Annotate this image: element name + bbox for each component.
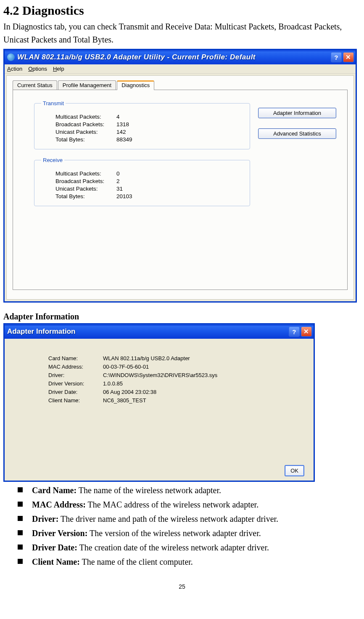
menu-help[interactable]: Help	[53, 66, 64, 72]
mac-address-value: 00-03-7F-05-60-01	[103, 364, 149, 370]
description-list: Card Name: The name of the wireless netw…	[3, 484, 361, 568]
app-icon	[7, 53, 15, 61]
ok-button[interactable]: OK	[285, 465, 304, 476]
tx-total-value: 88349	[116, 136, 132, 143]
section-heading: 4.2 Diagnostics	[3, 3, 361, 18]
tx-broadcast-label: Broadcast Packets:	[55, 121, 116, 128]
tx-unicast-value: 142	[116, 129, 126, 135]
receive-legend: Receive	[41, 157, 64, 163]
page-number: 25	[3, 583, 361, 590]
driver-version-value: 1.0.0.85	[103, 380, 123, 387]
window-title: WLAN 802.11a/b/g USB2.0 Adapter Utility …	[17, 53, 330, 61]
tabs: Current Status Profile Management Diagno…	[13, 80, 348, 90]
tab-diagnostics[interactable]: Diagnostics	[117, 80, 154, 90]
rx-broadcast-value: 2	[116, 178, 120, 184]
transmit-legend: Transmit	[41, 100, 66, 106]
tx-total-label: Total Bytes:	[55, 136, 116, 143]
window2-title: Adapter Information	[7, 327, 288, 336]
mac-address-label: MAC Address:	[48, 364, 103, 370]
rx-unicast-label: Unicast Packets:	[55, 186, 116, 192]
menu-action[interactable]: Action	[7, 66, 22, 72]
receive-group: Receive Multicast Packets:0 Broadcast Pa…	[34, 157, 250, 206]
driver-value: C:\WINDOWS\System32\DRIVERS\ar5523.sys	[103, 372, 217, 378]
tx-multicast-value: 4	[116, 114, 120, 120]
driver-date-value: 06 Aug 2004 23:02:38	[103, 389, 156, 395]
close-button-2[interactable]: ✕	[301, 327, 312, 337]
info-body: Card Name:WLAN 802.11a/b/g USB2.0 Adapte…	[5, 339, 314, 465]
tab-current-status[interactable]: Current Status	[13, 80, 57, 90]
tx-broadcast-value: 1318	[116, 121, 129, 128]
client-name-value: NC6_3805_TEST	[103, 397, 146, 404]
list-item: Driver: The driver name and path of the …	[18, 513, 361, 525]
card-name-label: Card Name:	[48, 355, 103, 361]
tab-profile-management[interactable]: Profile Management	[58, 80, 116, 90]
close-button[interactable]: ✕	[343, 52, 354, 62]
menu-options[interactable]: Options	[28, 66, 47, 72]
section-intro: In Diagnostics tab, you can check Transm…	[3, 20, 361, 46]
content-area: Current Status Profile Management Diagno…	[6, 75, 354, 300]
help-button-2[interactable]: ?	[289, 327, 300, 337]
list-item: Client Name: The name of the client comp…	[18, 556, 361, 568]
client-name-label: Client Name:	[48, 397, 103, 404]
tab-page: Transmit Multicast Packets:4 Broadcast P…	[13, 90, 348, 290]
tx-unicast-label: Unicast Packets:	[55, 129, 116, 135]
list-item: MAC Address: The MAC address of the wire…	[18, 499, 361, 511]
help-button[interactable]: ?	[331, 52, 342, 62]
advanced-statistics-button[interactable]: Advanced Statistics	[258, 128, 336, 139]
adapter-info-heading: Adapter Information	[3, 312, 361, 321]
menubar: Action Options Help	[5, 64, 356, 74]
driver-date-label: Driver Date:	[48, 389, 103, 395]
rx-total-value: 20103	[116, 193, 132, 199]
diagnostics-window: WLAN 802.11a/b/g USB2.0 Adapter Utility …	[3, 49, 357, 303]
titlebar: WLAN 802.11a/b/g USB2.0 Adapter Utility …	[5, 50, 356, 64]
rx-broadcast-label: Broadcast Packets:	[55, 178, 116, 184]
rx-multicast-label: Multicast Packets:	[55, 170, 116, 177]
driver-label: Driver:	[48, 372, 103, 378]
adapter-information-button[interactable]: Adapter Information	[258, 108, 336, 118]
rx-total-label: Total Bytes:	[55, 193, 116, 199]
rx-multicast-value: 0	[116, 170, 120, 177]
card-name-value: WLAN 802.11a/b/g USB2.0 Adapter	[103, 355, 190, 361]
rx-unicast-value: 31	[116, 186, 123, 192]
list-item: Driver Date: The creation date of the wi…	[18, 542, 361, 554]
adapter-info-window: Adapter Information ? ✕ Card Name:WLAN 8…	[3, 323, 315, 482]
side-buttons: Adapter Information Advanced Statistics	[258, 108, 336, 139]
list-item: Card Name: The name of the wireless netw…	[18, 484, 361, 497]
transmit-group: Transmit Multicast Packets:4 Broadcast P…	[34, 100, 250, 149]
list-item: Driver Version: The version of the wirel…	[18, 527, 361, 539]
titlebar-2: Adapter Information ? ✕	[5, 324, 314, 339]
driver-version-label: Driver Version:	[48, 380, 103, 387]
tx-multicast-label: Multicast Packets:	[55, 114, 116, 120]
